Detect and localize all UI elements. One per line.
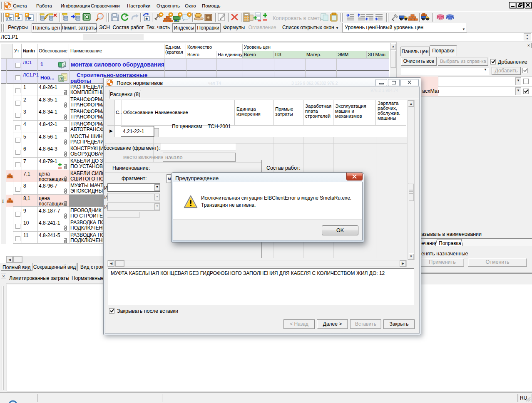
svg-text:✱: ✱: [145, 17, 148, 21]
svg-text:Р: Р: [61, 78, 63, 81]
